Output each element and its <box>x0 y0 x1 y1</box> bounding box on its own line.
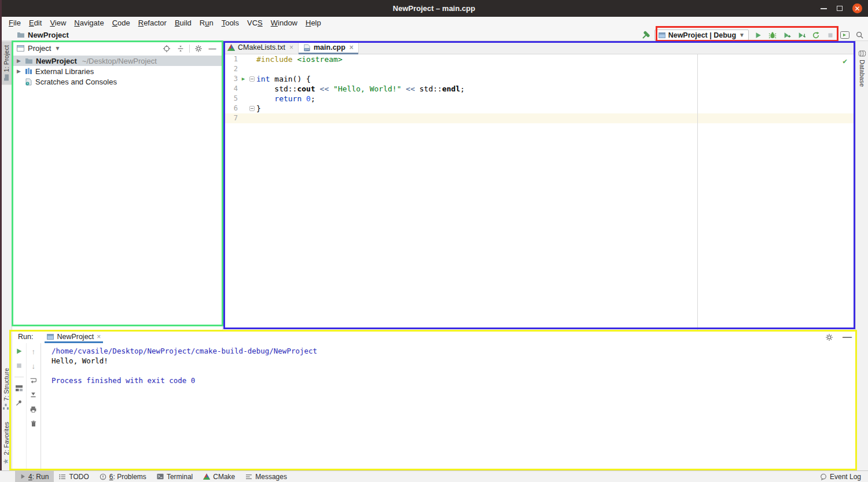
code-line-3[interactable]: 3▶int main() { <box>223 74 855 84</box>
statusbar-cmake-button[interactable]: CMake <box>198 471 240 482</box>
toolwindow-structure-button[interactable]: 7: Structure <box>0 364 12 414</box>
tab-cmakelists[interactable]: CMakeLists.txt × <box>223 41 299 54</box>
scroll-to-end-icon[interactable] <box>29 390 38 399</box>
fold-toggle-icon[interactable] <box>248 74 256 84</box>
statusbar-run-button[interactable]: 4: Run <box>15 471 54 482</box>
line-number[interactable]: 6 <box>223 104 239 113</box>
menu-help[interactable]: Help <box>301 19 325 27</box>
code-text[interactable]: } <box>256 104 261 113</box>
maximize-button[interactable] <box>837 6 843 11</box>
statusbar-messages-button[interactable]: Messages <box>240 471 292 482</box>
run-tab-newproject[interactable]: NewProject × <box>45 330 103 343</box>
line-number[interactable]: 1 <box>223 54 239 64</box>
stop-button[interactable] <box>825 30 836 41</box>
project-panel-title[interactable]: Project <box>28 44 51 53</box>
stop-icon[interactable] <box>14 361 24 370</box>
code-editor-area[interactable]: ✔ 1#include <iostream>23▶int main() {4 s… <box>223 54 855 330</box>
menu-vcs[interactable]: VCS <box>243 19 267 27</box>
breadcrumb[interactable]: NewProject <box>17 31 69 39</box>
structure-icon <box>3 403 10 410</box>
minimize-button[interactable] <box>821 8 827 9</box>
run-configuration-select[interactable]: NewProject | Debug ▼ <box>654 30 749 41</box>
console-line[interactable]: Hello, World! <box>52 356 855 366</box>
menu-navigate[interactable]: Navigate <box>70 19 108 27</box>
search-everywhere-icon[interactable] <box>854 30 865 41</box>
hide-panel-icon[interactable]: — <box>843 332 852 343</box>
debug-button[interactable] <box>767 30 778 41</box>
profiler-button[interactable] <box>796 30 807 41</box>
tree-row-scratches[interactable]: Scratches and Consoles <box>12 76 222 87</box>
rerun-icon[interactable] <box>14 347 24 356</box>
toolwindow-favorites-button[interactable]: ★ 2: Favorites <box>0 418 12 469</box>
inspections-ok-icon[interactable]: ✔ <box>843 57 847 65</box>
menu-file[interactable]: File <box>5 19 25 27</box>
menu-window[interactable]: Window <box>267 19 301 27</box>
menu-run[interactable]: Run <box>196 19 218 27</box>
close-tab-icon[interactable]: × <box>97 333 101 341</box>
rerun-button[interactable] <box>811 30 821 41</box>
tab-main-cpp[interactable]: c++ main.cpp × <box>299 41 359 54</box>
line-number[interactable]: 4 <box>223 84 239 94</box>
status-bar: 4: Run TODO 6: Problems Terminal CMake M… <box>0 470 868 482</box>
code-text[interactable]: return 0; <box>256 94 315 104</box>
print-icon[interactable] <box>29 404 38 414</box>
hide-panel-icon[interactable]: — <box>207 43 218 54</box>
statusbar-todo-button[interactable]: TODO <box>54 471 94 482</box>
soft-wrap-icon[interactable] <box>29 376 38 385</box>
code-line-4[interactable]: 4 std::cout << "Hello, World!" << std::e… <box>223 84 855 94</box>
run-anything-icon[interactable] <box>840 30 850 41</box>
build-hammer-icon[interactable] <box>640 30 650 41</box>
code-text[interactable]: std::cout << "Hello, World!" << std::end… <box>256 84 465 94</box>
run-button[interactable] <box>753 30 763 41</box>
next-occurrence-icon[interactable]: ↓ <box>29 361 38 370</box>
menu-tools[interactable]: Tools <box>218 19 243 27</box>
close-tab-icon[interactable]: × <box>350 43 354 51</box>
fold-space <box>248 64 256 74</box>
code-text[interactable]: int main() { <box>256 74 311 84</box>
code-line-6[interactable]: 6} <box>223 104 855 113</box>
statusbar-problems-button[interactable]: 6: Problems <box>94 471 152 482</box>
restore-layout-icon[interactable] <box>14 384 24 393</box>
menu-build[interactable]: Build <box>171 19 196 27</box>
menu-edit[interactable]: Edit <box>25 19 46 27</box>
statusbar-event-log-button[interactable]: Event Log <box>820 473 861 481</box>
console-line[interactable] <box>52 366 855 376</box>
toolwindow-project-button[interactable]: 1: Project <box>0 41 12 84</box>
menu-view[interactable]: View <box>46 19 70 27</box>
menu-refactor[interactable]: Refactor <box>134 19 171 27</box>
run-with-coverage-button[interactable] <box>782 30 792 41</box>
code-line-7[interactable]: 7 <box>223 113 855 123</box>
prev-occurrence-icon[interactable]: ↑ <box>29 347 38 356</box>
close-button[interactable]: ✕ <box>852 3 862 13</box>
console-line[interactable]: Process finished with exit code 0 <box>52 376 855 385</box>
fold-toggle-icon[interactable] <box>248 104 256 113</box>
pin-icon[interactable] <box>14 398 24 407</box>
tree-row-external-libraries[interactable]: ▶ External Libraries <box>12 66 222 76</box>
statusbar-event-log-label: Event Log <box>830 473 861 481</box>
code-line-2[interactable]: 2 <box>223 64 855 74</box>
chevron-down-icon[interactable]: ▼ <box>54 45 60 51</box>
clear-console-icon[interactable] <box>29 419 38 428</box>
chevron-right-icon[interactable]: ▶ <box>17 68 22 74</box>
app-window-icon <box>659 32 665 38</box>
line-number[interactable]: 5 <box>223 94 239 104</box>
collapse-all-icon[interactable] <box>175 43 186 54</box>
line-number[interactable]: 3 <box>223 74 239 84</box>
code-line-5[interactable]: 5 return 0; <box>223 94 855 104</box>
line-number[interactable]: 2 <box>223 64 239 74</box>
run-console-output[interactable]: /home/cvasile/Desktop/NewProject/cmake-b… <box>41 343 855 470</box>
toolwindow-database-button[interactable]: Database <box>859 46 866 91</box>
chevron-right-icon[interactable]: ▶ <box>17 58 22 64</box>
statusbar-terminal-button[interactable]: Terminal <box>152 471 198 482</box>
tree-row-newproject[interactable]: ▶ NewProject ~/Desktop/NewProject <box>12 56 222 66</box>
line-number[interactable]: 7 <box>223 113 239 123</box>
close-tab-icon[interactable]: × <box>289 43 293 51</box>
locate-file-icon[interactable] <box>161 43 172 54</box>
console-line[interactable]: /home/cvasile/Desktop/NewProject/cmake-b… <box>52 346 855 356</box>
gutter-run-icon[interactable]: ▶ <box>239 74 248 84</box>
menu-code[interactable]: Code <box>108 19 134 27</box>
code-line-1[interactable]: 1#include <iostream> <box>223 54 855 64</box>
gear-icon[interactable] <box>825 333 833 341</box>
gear-icon[interactable] <box>193 43 204 54</box>
code-text[interactable]: #include <iostream> <box>256 54 343 64</box>
